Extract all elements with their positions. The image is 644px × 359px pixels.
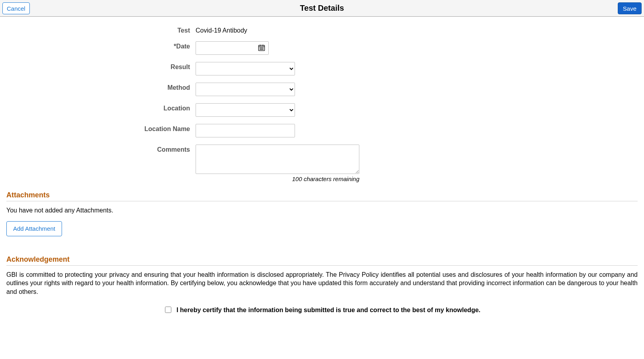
label-result: Result [6,62,196,71]
char-remaining: 100 characters remaining [196,176,359,182]
label-date: *Date [6,41,196,50]
svg-point-6 [263,48,263,48]
row-result: Result [6,62,638,75]
row-method: Method [6,83,638,96]
label-method: Method [6,83,196,91]
acknowledgement-body: GBI is committed to protecting your priv… [0,270,644,296]
certify-checkbox[interactable] [165,307,171,313]
result-select[interactable] [196,62,295,75]
svg-point-7 [260,49,260,50]
label-location-name: Location Name [6,124,196,133]
certify-label-wrap[interactable]: I hereby certify that the information be… [163,307,480,313]
certify-label: I hereby certify that the information be… [177,307,481,313]
header-bar: Cancel Test Details Save [0,0,644,17]
label-location: Location [6,103,196,112]
method-select[interactable] [196,83,295,96]
location-name-input[interactable] [196,124,295,137]
certify-row: I hereby certify that the information be… [0,305,644,314]
svg-point-5 [261,48,262,48]
comments-textarea[interactable] [196,145,359,174]
value-test: Covid-19 Antibody [196,25,247,34]
attachments-divider [6,201,638,201]
label-comments: Comments [6,145,196,153]
acknowledgement-heading: Acknowledgement [0,255,644,264]
cancel-button[interactable]: Cancel [2,2,30,14]
attachments-empty-text: You have not added any Attachments. [0,206,644,215]
add-attachment-button[interactable]: Add Attachment [6,221,62,236]
acknowledgement-divider [6,265,638,266]
attachments-heading: Attachments [0,191,644,199]
form-area: Test Covid-19 Antibody *Date [0,25,644,182]
save-button[interactable]: Save [618,2,642,14]
svg-point-4 [260,48,260,48]
page-title: Test Details [300,4,344,13]
label-test: Test [6,25,196,34]
row-location-name: Location Name [6,124,638,137]
row-date: *Date [6,41,638,55]
row-location: Location [6,103,638,117]
location-select[interactable] [196,103,295,117]
row-test: Test Covid-19 Antibody [6,25,638,34]
calendar-icon[interactable] [258,44,266,52]
svg-point-9 [263,49,263,50]
row-comments: Comments 100 characters remaining [6,145,638,182]
svg-point-8 [261,49,262,50]
